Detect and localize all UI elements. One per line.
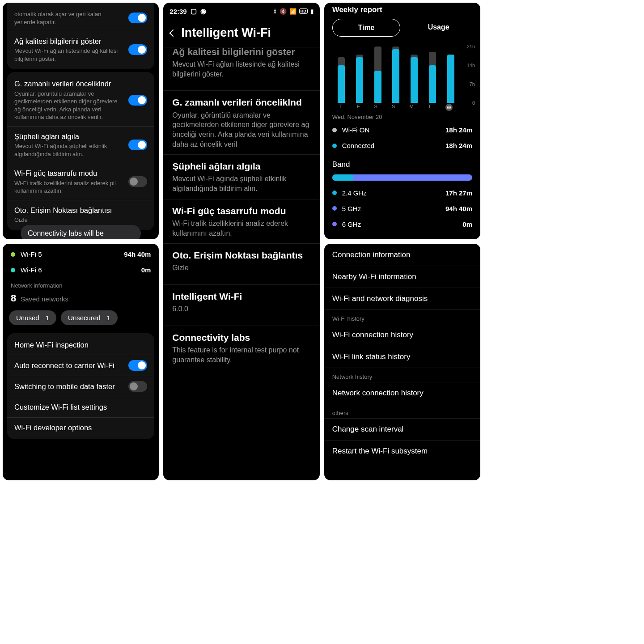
- chart-ylabel: 14h: [467, 63, 475, 68]
- setting-network-quality[interactable]: Ağ kalitesi bilgilerini göster Mevcut Wi…: [7, 31, 154, 68]
- section-header: Wi-Fi history: [324, 309, 480, 324]
- weekly-report-panel: Weekly report Time Usage 07h14h21h TFSSM…: [324, 3, 480, 239]
- toast-connectivity-labs: Connectivity labs will be: [21, 225, 141, 239]
- status-bar: 22:39 ▢ ◉ ᚼ 🔇 📶 HD ▮: [163, 3, 319, 17]
- toggle[interactable]: [128, 176, 147, 187]
- gallery-icon: ▢: [191, 7, 197, 15]
- chip-unused[interactable]: Unused1: [9, 310, 56, 325]
- wifi-version-row: Wi-Fi 60m: [3, 262, 159, 278]
- band-row: 5 GHz94h 40m: [324, 201, 480, 216]
- section-header: Network history: [324, 368, 480, 382]
- toggle[interactable]: [128, 13, 147, 23]
- back-icon[interactable]: [169, 29, 177, 37]
- option-customize-wi-fi-list-settings[interactable]: Customize Wi-Fi list settings: [7, 397, 154, 417]
- intelligent-wifi-panel: 22:39 ▢ ◉ ᚼ 🔇 📶 HD ▮ Intelligent Wi-Fi A…: [163, 3, 319, 480]
- setting-suspicious-networks[interactable]: Şüpheli ağları algıla Mevcut Wi-Fi ağınd…: [163, 154, 319, 199]
- band-row: 2.4 GHz17h 27m: [324, 185, 480, 201]
- chart-xlabel: F: [357, 104, 360, 111]
- wifi-icon: 📶: [289, 8, 297, 15]
- setting-network-quality[interactable]: Ağ kalitesi bilgilerini göster Mevcut Wi…: [163, 47, 319, 84]
- chart-ylabel: 0: [472, 100, 475, 106]
- toggle[interactable]: [128, 95, 147, 106]
- link-connection-information[interactable]: Connection information: [324, 244, 480, 266]
- chart-xlabel: T: [428, 104, 431, 111]
- setting-intelligent-wifi-version[interactable]: Intelligent Wi-Fi 6.0.0: [163, 284, 319, 319]
- toggle[interactable]: [128, 140, 147, 150]
- diagnostics-panel: Connection informationNearby Wi-Fi infor…: [324, 244, 480, 480]
- setting-realtime-data[interactable]: G. zamanlı verileri önceliklndr Oyunlar,…: [7, 74, 154, 126]
- option-auto-reconnect-to-carrier-wi-fi[interactable]: Auto reconnect to carrier Wi-Fi: [7, 355, 154, 376]
- page-title: Intelligent Wi-Fi: [181, 26, 271, 40]
- option-switching-to-mobile-data-faster[interactable]: Switching to mobile data faster: [7, 376, 154, 397]
- clock: 22:39: [169, 8, 186, 15]
- chart-bar: [374, 47, 381, 103]
- network-info-label: Network information: [3, 278, 159, 291]
- toggle[interactable]: [128, 360, 147, 371]
- legend-row: Wi-Fi ON18h 24m: [324, 122, 480, 138]
- weekly-report-title: Weekly report: [324, 3, 480, 19]
- date-label: Wed. November 20: [324, 113, 480, 122]
- option-home-wi-fi-inspection[interactable]: Home Wi-Fi inspection: [7, 335, 154, 355]
- chart-bar: [338, 47, 345, 103]
- bluetooth-icon: ᚼ: [273, 8, 277, 15]
- link-wi-fi-connection-history[interactable]: Wi-Fi connection history: [324, 324, 480, 346]
- link-change-scan-interval[interactable]: Change scan interval: [324, 418, 480, 440]
- chart-xlabel: W: [445, 104, 453, 111]
- band-bar: [332, 174, 472, 181]
- setting-power-saving[interactable]: Wi-Fi güç tasarrufu modu Wi-Fi trafik öz…: [7, 163, 154, 199]
- saved-networks-row[interactable]: 8 Saved networks: [3, 291, 159, 308]
- battery-icon: ▮: [310, 8, 314, 15]
- chart-xlabel: M: [410, 104, 414, 111]
- chart-bar: [392, 47, 399, 103]
- chart-bar: [429, 47, 436, 103]
- setting-realtime-data[interactable]: G. zamanlı verileri önceliklnd Oyunlar, …: [163, 90, 319, 154]
- settings-panel-1: otomatik olarak açar ve geri kalan yerle…: [3, 3, 159, 239]
- page-header: Intelligent Wi-Fi: [163, 17, 319, 47]
- wifi-version-row: Wi-Fi 594h 40m: [3, 246, 159, 262]
- options-card: Home Wi-Fi inspectionAuto reconnect to c…: [7, 333, 154, 439]
- setting-auto-open[interactable]: otomatik olarak açar ve geri kalan yerle…: [7, 4, 154, 31]
- setting-power-saving[interactable]: Wi-Fi güç tasarrufu modu Wi-Fi trafik öz…: [163, 199, 319, 243]
- link-wi-fi-link-status-history[interactable]: Wi-Fi link status history: [324, 346, 480, 368]
- chart-xlabel: S: [392, 104, 395, 111]
- chart-bar: [447, 47, 454, 103]
- tab-usage[interactable]: Usage: [405, 19, 472, 37]
- toggle[interactable]: [128, 381, 147, 392]
- weekly-chart: 07h14h21h TFSSMTW: [332, 44, 472, 111]
- link-network-connection-history[interactable]: Network connection history: [324, 382, 480, 404]
- setting-auto-hotspot[interactable]: Oto. Erişim Noktası bağlantıs Gizle: [163, 243, 319, 278]
- hd-icon: HD: [299, 8, 308, 14]
- chart-xlabel: T: [339, 104, 343, 111]
- link-wi-fi-and-network-diagnosis[interactable]: Wi-Fi and network diagnosis: [324, 288, 480, 309]
- link-nearby-wi-fi-information[interactable]: Nearby Wi-Fi information: [324, 266, 480, 288]
- cube-icon: ◉: [200, 7, 206, 15]
- chart-bar: [356, 47, 363, 103]
- band-row: 6 GHz0m: [324, 216, 480, 232]
- wifi-info-panel: Wi-Fi 594h 40mWi-Fi 60m Network informat…: [3, 244, 159, 480]
- chart-ylabel: 7h: [470, 81, 475, 87]
- report-tabs: Time Usage: [324, 19, 480, 41]
- chart-ylabel: 21h: [467, 44, 475, 49]
- link-restart-the-wi-fi-subsystem[interactable]: Restart the Wi-Fi subsystem: [324, 440, 480, 462]
- tab-time[interactable]: Time: [332, 19, 401, 37]
- chart-bar: [411, 47, 418, 103]
- option-wi-fi-developer-options[interactable]: Wi-Fi developer options: [7, 417, 154, 437]
- chart-xlabel: S: [374, 104, 377, 111]
- setting-connectivity-labs[interactable]: Connectivity labs This feature is for in…: [163, 326, 319, 370]
- setting-auto-hotspot[interactable]: Oto. Erişim Noktası bağlantısı Gizle: [7, 200, 154, 229]
- chip-unsecured[interactable]: Unsecured1: [61, 310, 118, 325]
- toggle[interactable]: [128, 44, 147, 55]
- legend-row: Connected18h 24m: [324, 138, 480, 153]
- mute-icon: 🔇: [280, 8, 287, 15]
- setting-suspicious-networks[interactable]: Şüpheli ağları algıla Mevcut Wi-Fi ağınd…: [7, 126, 154, 163]
- band-title: Band: [324, 157, 480, 172]
- section-header: others: [324, 404, 480, 418]
